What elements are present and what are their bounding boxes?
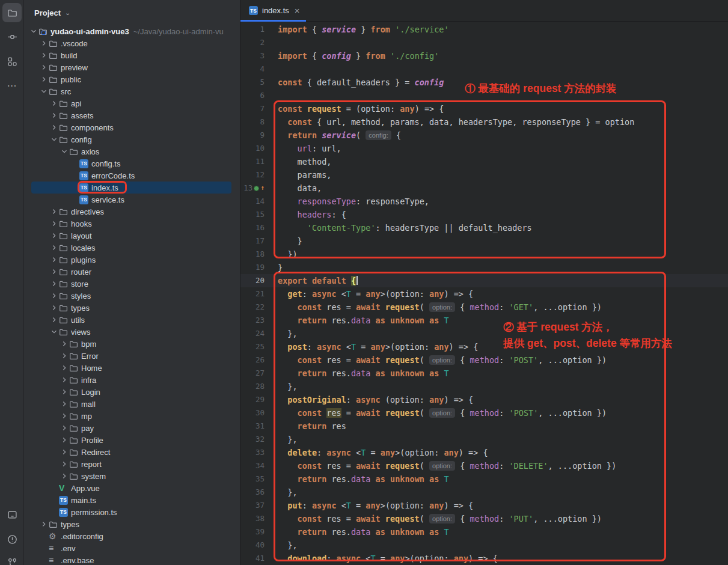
line-number[interactable]: 17 <box>240 234 267 248</box>
chevron-expanded-icon[interactable] <box>60 147 69 156</box>
code-line-24[interactable]: 24 }, <box>240 327 728 340</box>
tree-item-store[interactable]: store <box>24 278 240 290</box>
code-line-35[interactable]: 35 return res.data as unknown as T <box>240 472 728 486</box>
chevron-collapsed-icon[interactable] <box>60 459 69 469</box>
code-line-36[interactable]: 36 }, <box>240 486 728 499</box>
line-number[interactable]: 37 <box>240 499 267 512</box>
line-number[interactable]: 15 <box>240 208 267 221</box>
code-line-18[interactable]: 18 }) <box>240 248 728 261</box>
code-line-16[interactable]: 16 'Content-Type': headersType || defaul… <box>240 221 728 234</box>
line-number[interactable]: 8 <box>240 115 267 129</box>
tree-item-main.ts[interactable]: TSmain.ts <box>24 494 240 506</box>
code-line-21[interactable]: 21 get: async <T = any>(option: any) => … <box>240 287 728 301</box>
tree-item-build[interactable]: build <box>24 49 240 61</box>
chevron-collapsed-icon[interactable] <box>39 519 49 529</box>
code-line-14[interactable]: 14 responseType: responseType, <box>240 195 728 208</box>
tree-item-mp[interactable]: mp <box>24 410 240 422</box>
line-number[interactable]: 25 <box>240 340 267 353</box>
tree-item-.env[interactable]: ≡.env <box>24 542 240 554</box>
line-number[interactable]: 32 <box>240 433 267 446</box>
chevron-collapsed-icon[interactable] <box>49 315 59 325</box>
chevron-collapsed-icon[interactable] <box>60 387 69 397</box>
chevron-collapsed-icon[interactable] <box>60 423 69 433</box>
code-line-26[interactable]: 26 const res = await request( option: { … <box>240 353 728 367</box>
chevron-collapsed-icon[interactable] <box>60 447 69 457</box>
line-number[interactable]: 21 <box>240 287 267 301</box>
tree-item-layout[interactable]: layout <box>24 230 240 242</box>
tree-item-views[interactable]: views <box>24 326 240 338</box>
chevron-collapsed-icon[interactable] <box>60 471 69 481</box>
line-number[interactable]: 6 <box>240 89 267 102</box>
line-number[interactable]: 26 <box>240 353 267 367</box>
line-number[interactable]: 29 <box>240 393 267 406</box>
code-line-23[interactable]: 23 return res.data as unknown as T <box>240 314 728 327</box>
tree-item-public[interactable]: public <box>24 73 240 85</box>
line-number[interactable]: 41 <box>240 552 267 565</box>
tree-item-api[interactable]: api <box>24 97 240 109</box>
tree-item-infra[interactable]: infra <box>24 374 240 386</box>
chevron-collapsed-icon[interactable] <box>60 399 69 409</box>
line-number[interactable]: 10 <box>240 142 267 155</box>
tree-item-index.ts[interactable]: TSindex.ts <box>24 182 240 194</box>
tree-item-bpm[interactable]: bpm <box>24 338 240 350</box>
project-folder-icon[interactable] <box>2 3 22 22</box>
code-line-28[interactable]: 28 }, <box>240 380 728 393</box>
tree-item-directives[interactable]: directives <box>24 206 240 218</box>
code-line-41[interactable]: 41 download: async <T = any>(option: any… <box>240 552 728 565</box>
structure-icon[interactable] <box>2 52 22 71</box>
code-line-7[interactable]: 7const request = (option: any) => { <box>240 102 728 115</box>
line-number[interactable]: 34 <box>240 459 267 472</box>
chevron-expanded-icon[interactable] <box>39 87 49 96</box>
line-number[interactable]: 23 <box>240 314 267 327</box>
line-number[interactable]: 16 <box>240 221 267 234</box>
code-line-22[interactable]: 22 const res = await request( option: { … <box>240 301 728 314</box>
project-panel-header[interactable]: Project ⌄ <box>24 0 240 25</box>
code-line-31[interactable]: 31 return res <box>240 420 728 433</box>
chevron-collapsed-icon[interactable] <box>49 231 59 240</box>
chevron-expanded-icon[interactable] <box>29 26 38 36</box>
tree-item-components[interactable]: components <box>24 121 240 133</box>
chevron-collapsed-icon[interactable] <box>60 435 69 445</box>
tree-item-error[interactable]: Error <box>24 350 240 362</box>
line-number[interactable]: 20 <box>240 274 267 287</box>
tree-item-errorcode.ts[interactable]: TSerrorCode.ts <box>24 170 240 182</box>
tree-item-assets[interactable]: assets <box>24 109 240 121</box>
code-editor[interactable]: 1import { service } from './service'23im… <box>240 22 728 565</box>
tree-item-src[interactable]: src <box>24 85 240 97</box>
line-number[interactable]: 11 <box>240 155 267 168</box>
code-line-3[interactable]: 3import { config } from './config' <box>240 49 728 63</box>
chevron-collapsed-icon[interactable] <box>49 303 59 313</box>
chevron-collapsed-icon[interactable] <box>49 219 59 228</box>
code-line-13[interactable]: 13↑ data, <box>240 182 728 195</box>
chevron-collapsed-icon[interactable] <box>49 243 59 252</box>
tree-item-profile[interactable]: Profile <box>24 434 240 446</box>
code-line-34[interactable]: 34 const res = await request( option: { … <box>240 459 728 472</box>
code-line-10[interactable]: 10 url: url, <box>240 142 728 155</box>
chevron-collapsed-icon[interactable] <box>49 123 59 132</box>
tab-index-ts[interactable]: TS index.ts × <box>240 0 306 21</box>
tree-item-router[interactable]: router <box>24 266 240 278</box>
code-line-1[interactable]: 1import { service } from './service' <box>240 23 728 36</box>
code-line-9[interactable]: 9 return service( config: { <box>240 129 728 142</box>
code-line-27[interactable]: 27 return res.data as unknown as T <box>240 367 728 380</box>
code-line-19[interactable]: 19} <box>240 261 728 274</box>
tree-item-pay[interactable]: pay <box>24 422 240 434</box>
line-number[interactable]: 33 <box>240 446 267 459</box>
line-number[interactable]: 5 <box>240 76 267 89</box>
code-line-15[interactable]: 15 headers: { <box>240 208 728 221</box>
line-number[interactable]: 22 <box>240 301 267 314</box>
chevron-collapsed-icon[interactable] <box>49 279 59 289</box>
gutter-marker-icon[interactable] <box>254 186 259 191</box>
tree-item-styles[interactable]: styles <box>24 290 240 302</box>
line-number[interactable]: 12 <box>240 168 267 182</box>
code-line-6[interactable]: 6 <box>240 89 728 102</box>
line-number[interactable]: 19 <box>240 261 267 274</box>
commit-icon[interactable] <box>2 27 22 46</box>
line-number[interactable]: 3 <box>240 49 267 63</box>
tree-item-home[interactable]: Home <box>24 362 240 374</box>
problems-icon[interactable] <box>2 530 22 549</box>
code-line-40[interactable]: 40 }, <box>240 539 728 552</box>
tree-item-login[interactable]: Login <box>24 386 240 398</box>
chevron-collapsed-icon[interactable] <box>39 38 49 48</box>
line-number[interactable]: 7 <box>240 102 267 115</box>
